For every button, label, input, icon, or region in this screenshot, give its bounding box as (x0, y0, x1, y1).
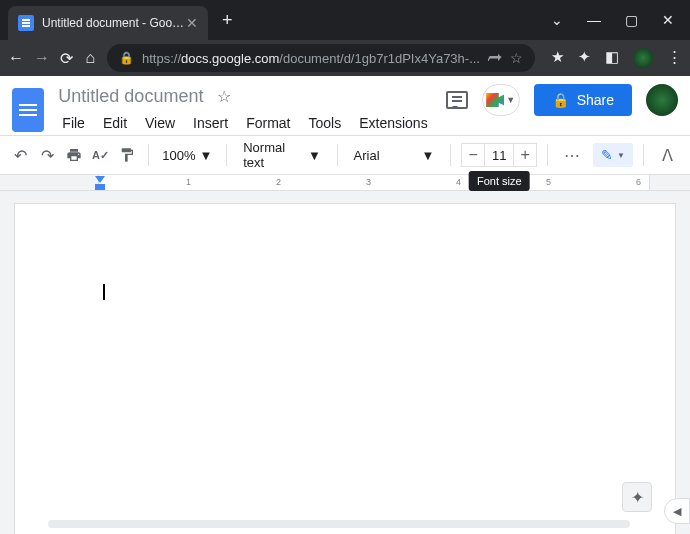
browser-urlbar: ← → ⟳ ⌂ 🔒 https://docs.google.com/docume… (0, 40, 690, 76)
bookmark-star-icon[interactable]: ☆ (510, 50, 523, 66)
url-text: https://docs.google.com/document/d/1gb7r… (142, 51, 480, 66)
horizontal-scrollbar[interactable] (48, 520, 630, 528)
paint-format-icon[interactable] (117, 142, 138, 168)
menu-format[interactable]: Format (238, 111, 298, 135)
menu-insert[interactable]: Insert (185, 111, 236, 135)
docs-header: Untitled document ☆ File Edit View Inser… (0, 76, 690, 135)
lock-icon: 🔒 (552, 92, 569, 108)
extensions-icon[interactable]: ★ (551, 48, 564, 68)
indent-marker-top-icon[interactable] (95, 176, 105, 183)
style-value: Normal text (243, 140, 290, 170)
text-cursor (103, 284, 105, 300)
docs-favicon (18, 15, 34, 31)
puzzle-icon[interactable]: ✦ (578, 48, 591, 68)
back-icon[interactable]: ← (8, 49, 24, 67)
menu-view[interactable]: View (137, 111, 183, 135)
browser-titlebar: Untitled document - Google Doc ✕ + ⌄ — ▢… (0, 0, 690, 40)
new-tab-button[interactable]: + (222, 10, 233, 31)
close-window-icon[interactable]: ✕ (662, 12, 674, 28)
url-field[interactable]: 🔒 https://docs.google.com/document/d/1gb… (107, 44, 535, 72)
share-button[interactable]: 🔒 Share (534, 84, 632, 116)
font-size-input[interactable]: 11 (485, 143, 513, 167)
minimize-icon[interactable]: — (587, 12, 601, 28)
browser-tab[interactable]: Untitled document - Google Doc ✕ (8, 6, 208, 40)
menu-extensions[interactable]: Extensions (351, 111, 435, 135)
chevron-down-icon: ▼ (308, 148, 321, 163)
menu-edit[interactable]: Edit (95, 111, 135, 135)
tooltip: Font size (469, 171, 530, 191)
document-page[interactable] (14, 203, 676, 534)
docs-logo-icon[interactable] (12, 88, 44, 132)
spellcheck-icon[interactable]: A✓ (90, 142, 111, 168)
zoom-value: 100% (162, 148, 195, 163)
chevron-down-icon: ▼ (200, 148, 213, 163)
font-family-select[interactable]: Arial ▼ (348, 148, 441, 163)
share-url-icon[interactable]: ⮫ (488, 50, 502, 66)
meet-camera-icon (486, 93, 504, 107)
share-label: Share (577, 92, 614, 108)
chevron-down-icon: ▼ (422, 148, 435, 163)
pencil-icon: ✎ (601, 147, 613, 163)
paragraph-style-select[interactable]: Normal text ▼ (237, 140, 327, 170)
editing-mode-button[interactable]: ✎ ▼ (593, 143, 633, 167)
zoom-select[interactable]: 100% ▼ (158, 148, 216, 163)
maximize-icon[interactable]: ▢ (625, 12, 638, 28)
redo-icon[interactable]: ↷ (37, 142, 58, 168)
menu-file[interactable]: File (54, 111, 93, 135)
collapse-toolbar-icon[interactable]: ᐱ (654, 142, 680, 168)
window-controls: ⌄ — ▢ ✕ (551, 12, 690, 28)
tab-title: Untitled document - Google Doc (42, 16, 186, 30)
document-workspace (0, 191, 690, 534)
profile-avatar-small[interactable] (633, 48, 653, 68)
home-icon[interactable]: ⌂ (84, 49, 98, 67)
chevron-down-icon: ▼ (617, 151, 625, 160)
browser-menu-icon[interactable]: ⋮ (667, 48, 682, 68)
undo-icon[interactable]: ↶ (10, 142, 31, 168)
menu-bar: File Edit View Insert Format Tools Exten… (54, 111, 435, 135)
print-icon[interactable] (63, 142, 84, 168)
toolbar: ↶ ↷ A✓ 100% ▼ Normal text ▼ Arial ▼ − 11… (0, 135, 690, 175)
side-panel-expand-button[interactable]: ◀ (664, 498, 690, 524)
ruler[interactable]: 1 2 3 4 5 6 (0, 175, 690, 191)
meet-button[interactable]: ▼ (482, 84, 520, 116)
account-avatar[interactable] (646, 84, 678, 116)
font-size-increase-button[interactable]: + (513, 143, 537, 167)
panel-icon[interactable]: ◧ (605, 48, 619, 68)
font-size-control: − 11 + Font size (461, 143, 537, 167)
explore-button[interactable]: ✦ (622, 482, 652, 512)
doc-name-input[interactable]: Untitled document (54, 84, 207, 109)
chevron-down-icon: ▼ (506, 95, 515, 105)
star-icon[interactable]: ☆ (217, 87, 231, 106)
font-value: Arial (354, 148, 380, 163)
chevron-down-icon[interactable]: ⌄ (551, 12, 563, 28)
font-size-decrease-button[interactable]: − (461, 143, 485, 167)
indent-marker-bottom-icon[interactable] (95, 184, 105, 190)
lock-icon: 🔒 (119, 51, 134, 65)
menu-tools[interactable]: Tools (300, 111, 349, 135)
reload-icon[interactable]: ⟳ (60, 49, 74, 68)
comment-history-icon[interactable] (446, 91, 468, 109)
more-tools-button[interactable]: ⋯ (558, 146, 587, 165)
forward-icon[interactable]: → (34, 49, 50, 67)
close-tab-icon[interactable]: ✕ (186, 15, 198, 31)
